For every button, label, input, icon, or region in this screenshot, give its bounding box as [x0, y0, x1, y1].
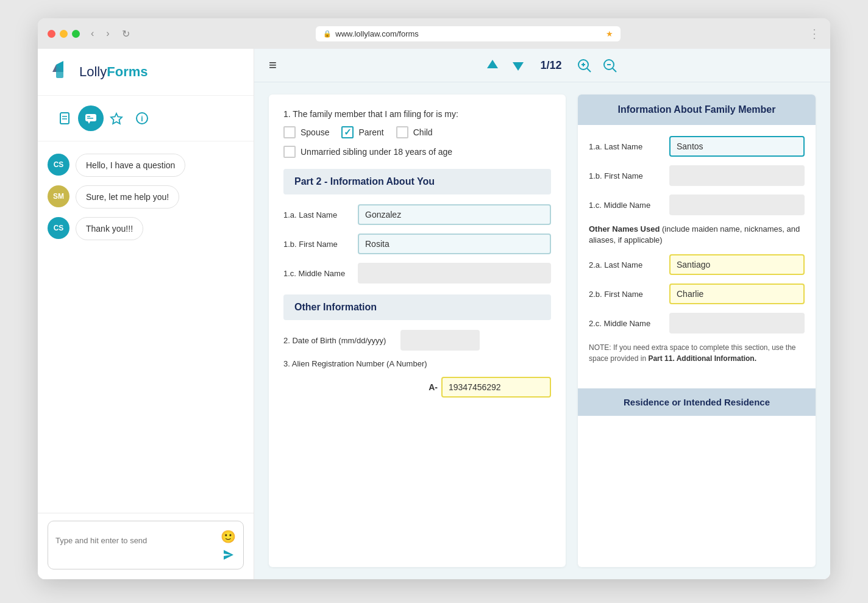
r-first-name-input[interactable] [669, 165, 805, 186]
part2-header: Part 2 - Information About You [283, 169, 551, 194]
svg-rect-2 [56, 65, 63, 78]
avatar-sm: SM [48, 185, 69, 207]
option-spouse: Spouse [283, 126, 329, 138]
info-icon: i [135, 112, 149, 125]
part2-title: Part 2 - Information About You [294, 176, 540, 187]
alien-row: 3. Alien Registration Number (A Number) [283, 359, 551, 368]
r-other-last-input[interactable] [669, 254, 805, 275]
chat-input-icons: 🙂 [221, 529, 236, 561]
main-content: ≡ 1/12 [254, 49, 830, 579]
chat-input-wrapper: 🙂 [48, 521, 244, 569]
arrow-up-icon [485, 57, 500, 73]
form-area: 1. The family member that I am filing fo… [254, 82, 830, 579]
message-bubble-3: Thank you!!! [76, 217, 143, 240]
svg-marker-13 [224, 550, 233, 560]
info-nav-button[interactable]: i [129, 105, 155, 131]
next-page-button[interactable] [510, 57, 526, 73]
note-bold: Part 11. Additional Information. [648, 354, 756, 363]
send-icon [222, 549, 235, 561]
options-row-2: Unmarried sibling under 18 years of age [283, 146, 551, 158]
form-left-panel: 1. The family member that I am filing fo… [269, 95, 566, 567]
lock-icon: 🔒 [323, 30, 332, 38]
send-button[interactable] [221, 549, 236, 561]
svg-rect-6 [85, 114, 96, 121]
r-first-name-label: 1.b. First Name [589, 171, 662, 180]
options-row: Spouse ✓ Parent Child [283, 126, 551, 138]
logo-icon [52, 61, 74, 83]
r-middle-name-input[interactable] [669, 194, 805, 215]
emoji-button[interactable]: 🙂 [221, 529, 236, 544]
favorites-nav-button[interactable] [104, 105, 129, 131]
hamburger-button[interactable]: ≡ [269, 57, 277, 73]
option-unmarried-label: Unmarried sibling under 18 years of age [301, 147, 452, 157]
alien-number-input[interactable] [441, 377, 551, 398]
svg-marker-7 [88, 121, 90, 124]
r-field-row-other-last: 2.a. Last Name [589, 254, 805, 275]
r-last-name-label: 1.a. Last Name [589, 142, 662, 151]
arrow-down-icon [510, 57, 526, 73]
other-names-title: Other Names Used [589, 224, 660, 234]
zoom-out-button[interactable] [602, 57, 617, 73]
prev-page-button[interactable] [485, 57, 500, 73]
checkbox-unmarried[interactable] [283, 146, 296, 158]
url-bar[interactable]: 🔒 www.lollylaw.com/forms ★ [316, 26, 621, 41]
dob-input[interactable] [400, 330, 480, 351]
svg-line-21 [613, 68, 616, 72]
forward-button[interactable]: › [102, 27, 113, 41]
maximize-dot[interactable] [72, 30, 80, 38]
question-1: 1. The family member that I am filing fo… [283, 109, 551, 158]
toolbar: 1/12 [485, 57, 617, 73]
alien-prefix: A- [429, 382, 438, 392]
r-field-row-other-middle: 2.c. Middle Name [589, 313, 805, 334]
right-panel-body: 1.a. Last Name 1.b. First Name 1.c. Midd… [578, 125, 816, 384]
avatar-cs-1: CS [48, 154, 69, 176]
header-bar: ≡ 1/12 [254, 49, 830, 82]
r-other-middle-label: 2.c. Middle Name [589, 319, 662, 328]
zoom-in-button[interactable] [576, 57, 592, 73]
message-bubble-1: Hello, I have a question [76, 154, 185, 177]
zoom-out-icon [602, 57, 617, 73]
middle-name-input[interactable] [358, 263, 551, 284]
r-other-middle-input[interactable] [669, 313, 805, 334]
field-row-last-name: 1.a. Last Name [283, 204, 551, 225]
other-names-note: Other Names Used (include maiden name, n… [589, 224, 805, 246]
logo-area: LollyForms [38, 49, 254, 96]
url-text: www.lollylaw.com/forms [335, 29, 419, 38]
middle-name-label: 1.c. Middle Name [283, 269, 350, 278]
option-child-label: Child [413, 127, 433, 137]
first-name-input[interactable] [358, 234, 551, 254]
r-field-row-last: 1.a. Last Name [589, 136, 805, 157]
option-child: Child [396, 126, 433, 138]
refresh-button[interactable]: ↻ [118, 27, 133, 41]
alien-label: 3. Alien Registration Number (A Number) [283, 359, 427, 368]
documents-nav-button[interactable] [52, 105, 78, 131]
checkmark-parent: ✓ [344, 127, 352, 138]
back-button[interactable]: ‹ [87, 27, 98, 41]
svg-line-17 [587, 68, 591, 72]
browser-menu-icon[interactable]: ⋮ [808, 26, 820, 41]
minimize-dot[interactable] [60, 30, 68, 38]
chat-nav-button[interactable] [78, 105, 104, 131]
checkbox-parent[interactable]: ✓ [341, 126, 354, 138]
r-field-row-other-first: 2.b. First Name [589, 284, 805, 304]
bookmark-icon[interactable]: ★ [606, 29, 613, 38]
chat-input[interactable] [55, 536, 216, 554]
alien-number-row: A- [283, 377, 551, 398]
last-name-label: 1.a. Last Name [283, 210, 350, 219]
r-other-first-input[interactable] [669, 284, 805, 304]
checkbox-spouse[interactable] [283, 126, 296, 138]
option-parent: ✓ Parent [341, 126, 383, 138]
field-row-first-name: 1.b. First Name [283, 234, 551, 254]
right-panel-header: Information About Family Member [578, 95, 816, 125]
residence-title: Residence or Intended Residence [589, 397, 805, 407]
residence-header: Residence or Intended Residence [578, 388, 816, 416]
r-last-name-input[interactable] [669, 136, 805, 157]
svg-marker-14 [487, 60, 498, 68]
close-dot[interactable] [48, 30, 55, 38]
checkbox-child[interactable] [396, 126, 408, 138]
dob-row: 2. Date of Birth (mm/dd/yyyy) [283, 330, 551, 351]
last-name-input[interactable] [358, 204, 551, 225]
page-indicator: 1/12 [536, 59, 566, 72]
r-field-row-first: 1.b. First Name [589, 165, 805, 186]
option-unmarried: Unmarried sibling under 18 years of age [283, 146, 452, 158]
